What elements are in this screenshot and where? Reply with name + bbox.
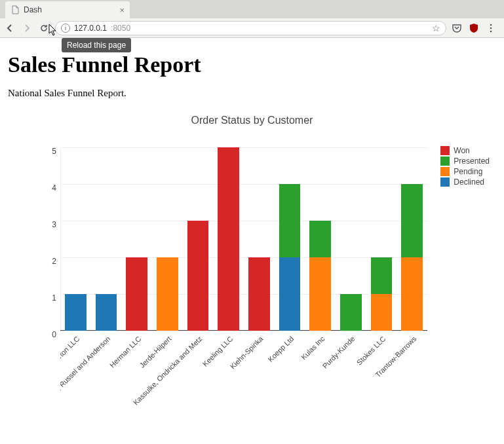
- browser-toolbar: i 127.0.0.1:8050 ☆: [0, 18, 504, 38]
- gridline: [60, 147, 427, 148]
- x-tick-label: Purdy-Kunde: [321, 335, 357, 370]
- y-tick-label: 1: [52, 293, 56, 303]
- reload-tooltip: Reload this page: [62, 38, 131, 52]
- legend-swatch: [440, 167, 450, 176]
- y-tick-label: 2: [52, 257, 56, 266]
- page-subtitle: National Sales Funnel Report.: [8, 88, 496, 99]
- bookmark-star-icon[interactable]: ☆: [432, 23, 440, 33]
- url-port: :8050: [111, 24, 130, 33]
- forward-button[interactable]: [21, 22, 33, 34]
- pocket-extension-icon[interactable]: [452, 23, 462, 33]
- legend-swatch: [440, 177, 450, 187]
- legend-swatch: [440, 157, 450, 166]
- y-tick-label: 5: [52, 147, 56, 156]
- bar-segment[interactable]: [371, 294, 393, 331]
- browser-tab[interactable]: Dash ×: [5, 1, 130, 18]
- chart-title: Order Status by Customer: [8, 115, 496, 126]
- address-bar[interactable]: i 127.0.0.1:8050 ☆: [55, 21, 446, 35]
- bar-segment[interactable]: [309, 257, 331, 331]
- site-info-icon[interactable]: i: [61, 24, 70, 33]
- url-host: 127.0.0.1: [74, 24, 107, 33]
- bar-segment[interactable]: [401, 257, 423, 331]
- svg-point-1: [490, 27, 492, 29]
- y-tick-label: 3: [52, 220, 56, 229]
- tab-close-icon[interactable]: ×: [119, 5, 125, 15]
- chart-legend[interactable]: WonPresentedPendingDeclined: [440, 146, 490, 188]
- x-axis-labels: Barton LLCFritsch, Russel and AndersonHe…: [60, 331, 427, 409]
- bar-segment[interactable]: [126, 257, 147, 331]
- x-tick-label: Kassulke, Ondricka and Metz: [132, 335, 204, 407]
- bar-segment[interactable]: [65, 294, 87, 331]
- x-tick-label: Kulas Inc: [300, 335, 326, 361]
- x-tick-label: Keeling LLC: [201, 335, 234, 368]
- legend-label: Declined: [454, 177, 484, 187]
- gridline: [60, 184, 427, 185]
- y-tick-label: 0: [52, 330, 56, 339]
- bar-segment[interactable]: [371, 257, 393, 294]
- legend-swatch: [440, 146, 450, 155]
- legend-item[interactable]: Declined: [440, 177, 490, 187]
- bar-segment[interactable]: [340, 294, 362, 331]
- bar-segment[interactable]: [309, 221, 331, 257]
- legend-item[interactable]: Won: [440, 146, 490, 155]
- ublock-extension-icon[interactable]: [469, 23, 479, 33]
- y-axis-line: [60, 147, 61, 331]
- legend-label: Won: [454, 146, 469, 155]
- bar-segment[interactable]: [279, 257, 301, 331]
- bar-segment[interactable]: [248, 257, 270, 331]
- gridline: [60, 221, 427, 221]
- x-tick-label: Barton LLC: [60, 335, 81, 366]
- page-content: Sales Funnel Report National Sales Funne…: [0, 38, 504, 429]
- y-tick-label: 4: [52, 183, 56, 193]
- bar-segment[interactable]: [187, 221, 209, 331]
- page-icon: [10, 5, 20, 14]
- bar-segment[interactable]: [96, 294, 117, 331]
- browser-tab-bar: Dash ×: [0, 0, 504, 18]
- bar-segment[interactable]: [218, 147, 239, 331]
- browser-menu-icon[interactable]: [486, 23, 496, 33]
- x-tick-label: Stokes LLC: [355, 335, 387, 367]
- bar-segment[interactable]: [157, 257, 178, 331]
- legend-label: Presented: [454, 157, 490, 166]
- legend-item[interactable]: Presented: [440, 157, 490, 166]
- legend-label: Pending: [454, 167, 482, 176]
- back-button[interactable]: [4, 22, 16, 34]
- svg-point-2: [490, 30, 492, 32]
- svg-point-0: [490, 24, 492, 26]
- reload-button[interactable]: [38, 22, 50, 34]
- bar-segment[interactable]: [279, 184, 301, 257]
- x-tick-label: Koepp Ltd: [267, 335, 296, 363]
- bar-segment[interactable]: [401, 184, 423, 257]
- tab-title: Dash: [24, 5, 42, 14]
- legend-item[interactable]: Pending: [440, 167, 490, 176]
- page-heading: Sales Funnel Report: [8, 52, 496, 77]
- x-tick-label: Herman LLC: [108, 335, 143, 369]
- chart-plot-area[interactable]: 012345: [60, 147, 427, 331]
- chart-container[interactable]: Order Status by Customer 012345 Barton L…: [8, 115, 496, 422]
